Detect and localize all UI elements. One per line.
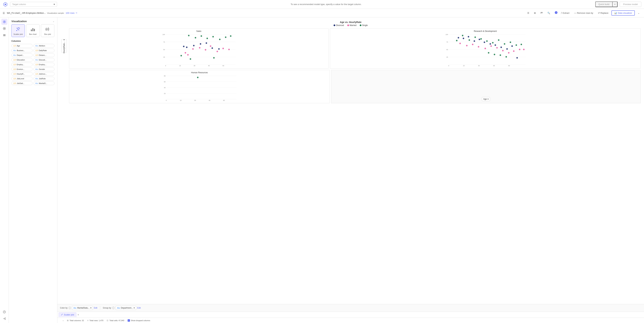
svg-text:15: 15 — [179, 65, 181, 66]
column-pill-department[interactable]: AbcDepart... — [12, 53, 32, 57]
target-column-select[interactable]: Target column ▾ — [10, 2, 57, 7]
svg-point-52 — [216, 51, 218, 52]
scatter-svg-hr: 80 60 40 20 0 1 — [70, 74, 328, 101]
group-by-control: Group by i Abc Department... ▾ Edit — [103, 306, 141, 310]
scatter-plot-tab[interactable]: Scatter plot — [59, 313, 76, 317]
column-pill-employeecount[interactable]: 123Employ... — [12, 63, 32, 66]
svg-text:20: 20 — [164, 93, 166, 94]
scatter-plot-icon — [15, 26, 21, 32]
x-axis-dropdown[interactable]: Age ▾ — [482, 97, 490, 101]
column-pill-joblevel[interactable]: 123JobLevel — [12, 77, 32, 80]
sidebar-collapse-icon[interactable]: ⌄ — [53, 20, 54, 22]
svg-point-136 — [62, 314, 62, 315]
column-pill-attrition[interactable]: AbcAttrition — [34, 44, 55, 48]
quick-build-main-btn[interactable]: Quick build — [595, 1, 612, 7]
y-axis-dropdown[interactable]: HourlyRate... ▾ — [62, 39, 67, 53]
search-btn[interactable]: 🔍 — [546, 11, 552, 15]
edit-sample-icon[interactable]: ✏ — [76, 12, 77, 14]
svg-point-95 — [478, 46, 479, 48]
chart-area: Age vs. HourlyRate Divorced Married Sing… — [57, 17, 644, 304]
filter-btn[interactable]: ⛿ — [539, 11, 544, 15]
svg-point-110 — [492, 42, 494, 43]
scatter-panel-hr: Human Resources 80 60 40 20 — [69, 70, 330, 103]
color-by-info-icon[interactable]: i — [68, 307, 71, 309]
scatter-svg-sales: 100 75 50 25 0 — [70, 33, 327, 66]
scatter-panel-empty: Age ▾ — [331, 70, 641, 103]
svg-point-85 — [484, 41, 485, 43]
column-pill-educationfield[interactable]: AbcEducati... — [34, 58, 55, 62]
nav-exit-icon[interactable] — [1, 316, 8, 322]
svg-point-94 — [472, 44, 474, 45]
column-pill-jobinvolvement[interactable]: 123JobInvo... — [34, 72, 55, 76]
svg-text:75: 75 — [446, 41, 448, 43]
nav-target-icon[interactable] — [1, 19, 8, 25]
svg-point-65 — [213, 57, 215, 59]
total-rows-status: ≡ Total rows: 1,470 — [87, 319, 103, 322]
color-by-edit-btn[interactable]: Edit — [94, 307, 98, 309]
scatter-plot-btn[interactable]: Scatter plot — [12, 24, 25, 37]
sample-rows-link[interactable]: 100 rows — [66, 12, 75, 14]
data-visualizer-btn[interactable]: 📊 Data visualizer — [612, 10, 635, 15]
column-pill-maritalstatus[interactable]: AbcMaritalS... — [34, 81, 55, 85]
svg-text:100: 100 — [162, 34, 165, 35]
svg-point-62 — [230, 35, 232, 37]
list-view-btn[interactable]: ☰ — [526, 11, 531, 15]
replace-btn[interactable]: ↺ Replace — [596, 11, 610, 15]
column-pill-hourlyrate[interactable]: 123HourlyR... — [12, 72, 32, 76]
column-pill-dailyrate[interactable]: 123DailyRate — [34, 49, 55, 52]
box-plot-btn[interactable]: Box plot — [41, 24, 54, 37]
sidebar-expand-btn[interactable]: › — [63, 319, 64, 322]
quick-build-button-group: Quick build ▾ — [595, 1, 618, 7]
columns-title: Columns — [12, 40, 54, 42]
vis-sample-label: Visualization sample: — [47, 12, 64, 14]
column-pill-age[interactable]: 123Age — [12, 44, 32, 48]
columns-btn[interactable]: ≡ 3 — [553, 11, 558, 15]
svg-text:45: 45 — [208, 65, 210, 66]
svg-point-55 — [188, 35, 190, 36]
svg-point-41 — [193, 45, 194, 46]
filter-icon: ⛿ — [540, 12, 543, 14]
svg-text:100: 100 — [446, 34, 448, 35]
column-pill-environment[interactable]: 123Environ... — [12, 67, 32, 71]
column-pill-jobrole[interactable]: AbcJobRole — [34, 77, 55, 80]
svg-rect-4 — [3, 34, 6, 35]
svg-point-59 — [212, 36, 214, 37]
nav-menu-icon[interactable] — [1, 32, 8, 38]
preview-model-btn[interactable]: Preview model — [620, 2, 641, 7]
svg-text:25: 25 — [163, 56, 165, 58]
column-pill-distance[interactable]: 123Distanc... — [34, 53, 55, 57]
svg-text:30: 30 — [194, 65, 196, 66]
svg-point-103 — [523, 49, 524, 50]
bar-chart-btn[interactable]: Bar chart — [26, 24, 40, 37]
nav-transform-icon[interactable] — [1, 25, 8, 31]
nav-help-icon[interactable]: ? — [1, 309, 8, 315]
color-by-dropdown[interactable]: Abc MaritalStatu... ▾ — [72, 306, 93, 310]
column-pill-jobsatisfaction[interactable]: 123JobSati... — [12, 81, 32, 85]
more-options-btn[interactable]: ⌄ — [636, 11, 641, 15]
extract-btn[interactable]: ⤴ Extract — [559, 11, 571, 15]
svg-text:15: 15 — [463, 65, 465, 66]
show-dropped-checkbox[interactable]: ✓ — [128, 319, 130, 322]
show-dropped-columns[interactable]: ✓ Show dropped columns — [128, 319, 150, 322]
svg-point-61 — [225, 36, 226, 38]
column-pill-gender[interactable]: AbcGender — [34, 67, 55, 71]
grid-view-btn[interactable]: ⊞ — [532, 11, 538, 15]
search-icon: 🔍 — [548, 12, 550, 14]
hamburger-icon[interactable]: ☰ — [3, 12, 5, 14]
remove-rows-btn[interactable]: — Remove rows by — [572, 11, 595, 15]
group-by-edit-btn[interactable]: Edit — [137, 307, 141, 309]
remove-rows-icon: — — [574, 12, 576, 14]
svg-point-91 — [516, 57, 518, 59]
column-pill-education[interactable]: 123Education — [12, 58, 32, 62]
svg-point-14 — [17, 28, 18, 29]
column-pill-business[interactable]: AbcBusines... — [12, 49, 32, 52]
svg-point-63 — [180, 55, 182, 56]
group-by-dropdown[interactable]: Abc Department... ▾ — [116, 306, 136, 310]
column-pill-employeenumber[interactable]: 123Employ... — [34, 63, 55, 66]
svg-point-45 — [218, 48, 220, 50]
svg-point-58 — [206, 38, 208, 39]
add-tab-btn[interactable]: + — [76, 313, 80, 317]
quick-build-dropdown-btn[interactable]: ▾ — [612, 1, 618, 7]
group-by-info-icon[interactable]: i — [112, 307, 114, 309]
app-logo — [3, 2, 8, 7]
